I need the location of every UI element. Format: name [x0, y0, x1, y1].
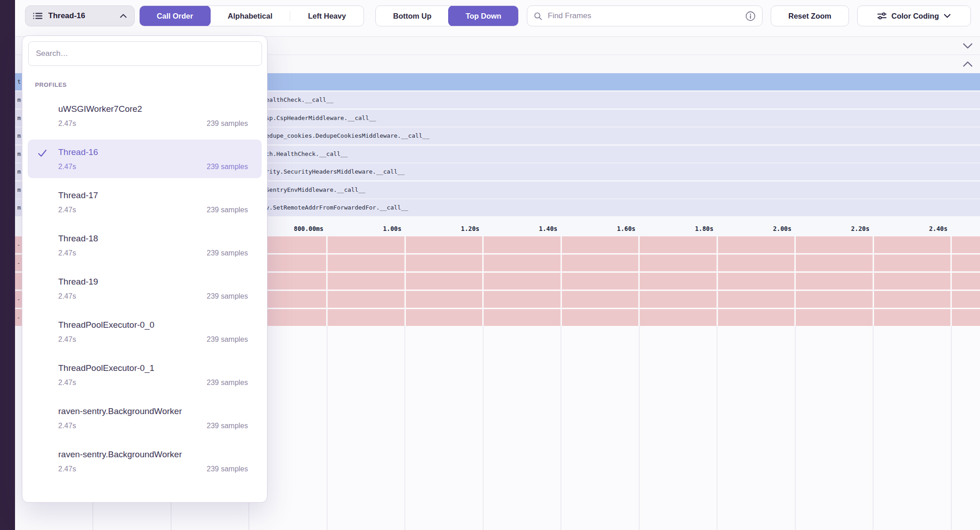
profile-name: Thread-18: [58, 232, 248, 245]
frame-left-fragment: m: [17, 127, 21, 145]
gridline: [327, 326, 328, 530]
profiles-list: uWSGIWorker7Core22.47s239 samplesThread-…: [22, 96, 267, 480]
profile-duration: 2.47s: [58, 465, 76, 473]
profile-name: Thread-17: [58, 189, 248, 202]
tab-alphabetical[interactable]: Alphabetical: [210, 6, 290, 26]
search-icon: [534, 12, 542, 20]
profile-duration: 2.47s: [58, 422, 76, 430]
gridline: [794, 236, 796, 326]
sliders-icon: [877, 12, 887, 20]
gridline: [639, 326, 640, 530]
span-left-fragment: -: [17, 309, 20, 326]
axis-tick-label: 1.40s: [485, 225, 557, 232]
profile-meta: 2.47s239 samples: [58, 249, 248, 257]
profile-duration: 2.47s: [58, 335, 76, 344]
profiles-section-label: PROFILES: [35, 81, 267, 88]
frame-label: th.HealthCheck.__call__: [266, 145, 348, 163]
profile-meta: 2.47s239 samples: [58, 335, 248, 344]
reset-zoom-button[interactable]: Reset Zoom: [771, 5, 849, 26]
profile-duration: 2.47s: [58, 163, 76, 171]
frame-label: SentryEnvMiddleware.__call__: [266, 181, 365, 199]
frame-label: edupe_cookies.DedupeCookiesMiddleware.__…: [266, 127, 429, 145]
profile-duration: 2.47s: [58, 206, 76, 214]
profile-samples: 239 samples: [207, 120, 248, 128]
frame-left-fragment: m: [17, 110, 21, 127]
gridline: [951, 326, 952, 530]
profile-option-threadpoolexecutor-0-0[interactable]: ThreadPoolExecutor-0_02.47s239 samples: [28, 312, 262, 351]
profile-meta: 2.47s239 samples: [58, 163, 248, 171]
axis-tick-label: 2.20s: [797, 225, 869, 232]
tab-call-order[interactable]: Call Order: [139, 5, 211, 26]
profile-option-thread-17[interactable]: Thread-172.47s239 samples: [28, 183, 262, 221]
profile-meta: 2.47s239 samples: [58, 206, 248, 214]
profile-name: raven-sentry.BackgroundWorker: [58, 405, 248, 418]
tab-top-down[interactable]: Top Down: [448, 5, 519, 26]
profile-option-thread-18[interactable]: Thread-182.47s239 samples: [28, 226, 262, 265]
gridline: [326, 236, 328, 326]
profile-name: ThreadPoolExecutor-0_0: [58, 319, 248, 331]
profile-option-thread-16[interactable]: Thread-162.47s239 samples: [28, 140, 262, 178]
frame-label: y.SetRemoteAddrFromForwardedFor.__call__: [266, 199, 408, 216]
chevron-down-icon: [944, 14, 951, 18]
profile-option-raven-sentry-backgroundworker[interactable]: raven-sentry.BackgroundWorker2.47s239 sa…: [28, 442, 262, 480]
profile-name: ThreadPoolExecutor-0_1: [58, 362, 248, 375]
list-icon: [33, 11, 43, 21]
gridline: [638, 236, 640, 326]
span-left-fragment: -: [17, 291, 20, 308]
axis-tick-label: 1.00s: [328, 225, 401, 232]
chevron-up-icon: [120, 14, 127, 18]
profile-duration: 2.47s: [58, 292, 76, 300]
thread-selector-button[interactable]: Thread-16: [25, 5, 135, 26]
frame-left-fragment: m: [17, 91, 21, 109]
axis-tick-label: 1.80s: [641, 225, 713, 232]
chevron-up-icon[interactable]: [963, 61, 973, 67]
profile-samples: 239 samples: [207, 465, 248, 473]
axis-tick-label: 1.60s: [563, 225, 636, 232]
root-frame-fragment: t: [17, 73, 21, 90]
axis-tick-label: 1.20s: [407, 225, 480, 232]
color-coding-label: Color Coding: [891, 12, 939, 20]
profile-meta: 2.47s239 samples: [58, 379, 248, 387]
profile-option-raven-sentry-backgroundworker[interactable]: raven-sentry.BackgroundWorker2.47s239 sa…: [28, 399, 262, 437]
profile-option-thread-19[interactable]: Thread-192.47s239 samples: [28, 269, 262, 308]
profile-name: uWSGIWorker7Core2: [58, 103, 248, 115]
gridline: [873, 236, 874, 326]
profile-meta: 2.47s239 samples: [58, 120, 248, 128]
profile-meta: 2.47s239 samples: [58, 292, 248, 300]
profile-samples: 239 samples: [207, 335, 248, 344]
span-left-fragment: -: [17, 236, 20, 253]
chevron-down-icon[interactable]: [963, 43, 973, 49]
checkmark-icon: [37, 148, 48, 159]
tab-bottom-up[interactable]: Bottom Up: [376, 6, 449, 26]
gridline: [482, 236, 484, 326]
gridline: [404, 236, 406, 326]
tab-left-heavy[interactable]: Left Heavy: [290, 6, 364, 26]
gridline: [950, 236, 952, 326]
profile-option-uwsgiworker7core2[interactable]: uWSGIWorker7Core22.47s239 samples: [28, 96, 262, 135]
find-frames-input[interactable]: [547, 11, 741, 21]
profile-option-threadpoolexecutor-0-1[interactable]: ThreadPoolExecutor-0_12.47s239 samples: [28, 355, 262, 394]
profile-name: Thread-16: [58, 146, 248, 159]
profile-duration: 2.47s: [58, 249, 76, 257]
profile-meta: 2.47s239 samples: [58, 465, 248, 473]
frame-left-fragment: m: [17, 163, 21, 180]
frame-left-fragment: m: [17, 181, 21, 199]
color-coding-button[interactable]: Color Coding: [857, 5, 971, 26]
gridline: [717, 236, 718, 326]
profile-samples: 239 samples: [207, 292, 248, 300]
dropdown-search-input[interactable]: [28, 41, 262, 66]
gridline: [717, 326, 717, 530]
profile-samples: 239 samples: [207, 249, 248, 257]
profile-samples: 239 samples: [207, 163, 248, 171]
frame-label: rity.SecurityHeadersMiddleware.__call__: [266, 163, 404, 180]
profile-samples: 239 samples: [207, 379, 248, 387]
sort-order-tabs: Call OrderAlphabeticalLeft Heavy: [139, 5, 364, 26]
frame-left-fragment: m: [17, 199, 21, 216]
gridline: [561, 236, 562, 326]
profile-samples: 239 samples: [207, 422, 248, 430]
span-left-fragment: -: [17, 255, 20, 271]
info-icon[interactable]: [745, 11, 756, 21]
profile-meta: 2.47s239 samples: [58, 422, 248, 430]
profiler-app: t 800.00ms1.00s1.20s1.40s1.60s1.80s2.00s…: [0, 0, 980, 530]
gridline: [404, 326, 405, 530]
